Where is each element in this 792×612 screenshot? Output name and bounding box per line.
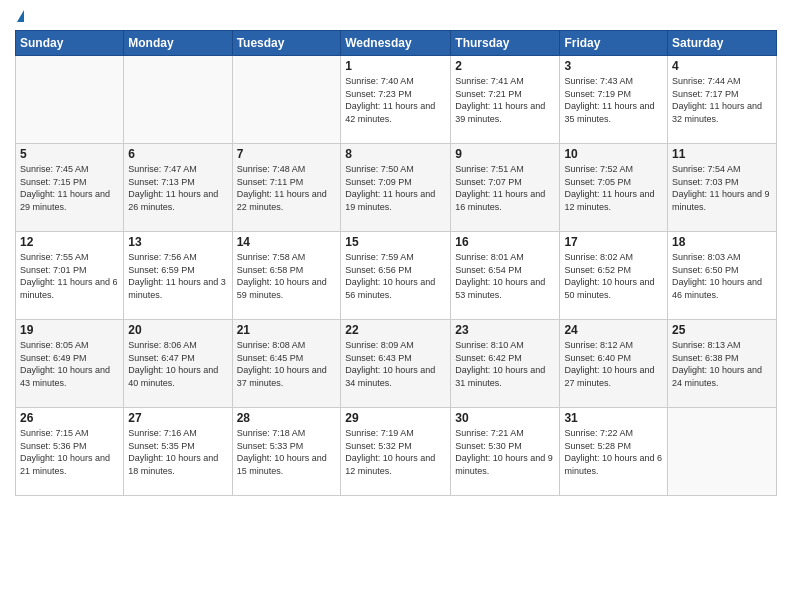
day-number: 6 [128,147,227,161]
day-number: 17 [564,235,663,249]
day-number: 3 [564,59,663,73]
day-number: 9 [455,147,555,161]
calendar-week-row: 26Sunrise: 7:15 AM Sunset: 5:36 PM Dayli… [16,408,777,496]
calendar-cell: 7Sunrise: 7:48 AM Sunset: 7:11 PM Daylig… [232,144,341,232]
day-number: 5 [20,147,119,161]
calendar-cell: 3Sunrise: 7:43 AM Sunset: 7:19 PM Daylig… [560,56,668,144]
day-number: 26 [20,411,119,425]
calendar-cell: 27Sunrise: 7:16 AM Sunset: 5:35 PM Dayli… [124,408,232,496]
calendar-header-saturday: Saturday [668,31,777,56]
day-number: 15 [345,235,446,249]
day-info: Sunrise: 8:08 AM Sunset: 6:45 PM Dayligh… [237,339,337,389]
calendar-cell: 16Sunrise: 8:01 AM Sunset: 6:54 PM Dayli… [451,232,560,320]
calendar-cell: 22Sunrise: 8:09 AM Sunset: 6:43 PM Dayli… [341,320,451,408]
day-number: 14 [237,235,337,249]
day-number: 25 [672,323,772,337]
day-info: Sunrise: 7:55 AM Sunset: 7:01 PM Dayligh… [20,251,119,301]
day-info: Sunrise: 8:05 AM Sunset: 6:49 PM Dayligh… [20,339,119,389]
calendar-cell: 8Sunrise: 7:50 AM Sunset: 7:09 PM Daylig… [341,144,451,232]
day-number: 7 [237,147,337,161]
calendar-header-thursday: Thursday [451,31,560,56]
day-info: Sunrise: 7:54 AM Sunset: 7:03 PM Dayligh… [672,163,772,213]
day-number: 2 [455,59,555,73]
calendar-cell [124,56,232,144]
day-number: 1 [345,59,446,73]
calendar-cell: 21Sunrise: 8:08 AM Sunset: 6:45 PM Dayli… [232,320,341,408]
day-info: Sunrise: 7:18 AM Sunset: 5:33 PM Dayligh… [237,427,337,477]
calendar-cell [668,408,777,496]
calendar-cell: 11Sunrise: 7:54 AM Sunset: 7:03 PM Dayli… [668,144,777,232]
calendar-header-friday: Friday [560,31,668,56]
day-info: Sunrise: 7:56 AM Sunset: 6:59 PM Dayligh… [128,251,227,301]
day-number: 24 [564,323,663,337]
calendar-cell [16,56,124,144]
day-info: Sunrise: 7:15 AM Sunset: 5:36 PM Dayligh… [20,427,119,477]
calendar-cell: 4Sunrise: 7:44 AM Sunset: 7:17 PM Daylig… [668,56,777,144]
calendar-cell: 5Sunrise: 7:45 AM Sunset: 7:15 PM Daylig… [16,144,124,232]
day-info: Sunrise: 8:13 AM Sunset: 6:38 PM Dayligh… [672,339,772,389]
day-number: 28 [237,411,337,425]
day-number: 23 [455,323,555,337]
calendar-cell: 6Sunrise: 7:47 AM Sunset: 7:13 PM Daylig… [124,144,232,232]
day-info: Sunrise: 7:22 AM Sunset: 5:28 PM Dayligh… [564,427,663,477]
calendar-cell: 31Sunrise: 7:22 AM Sunset: 5:28 PM Dayli… [560,408,668,496]
day-info: Sunrise: 8:01 AM Sunset: 6:54 PM Dayligh… [455,251,555,301]
header [15,10,777,22]
day-info: Sunrise: 7:41 AM Sunset: 7:21 PM Dayligh… [455,75,555,125]
day-info: Sunrise: 8:09 AM Sunset: 6:43 PM Dayligh… [345,339,446,389]
calendar-cell: 28Sunrise: 7:18 AM Sunset: 5:33 PM Dayli… [232,408,341,496]
day-info: Sunrise: 7:45 AM Sunset: 7:15 PM Dayligh… [20,163,119,213]
calendar-week-row: 12Sunrise: 7:55 AM Sunset: 7:01 PM Dayli… [16,232,777,320]
calendar-header-wednesday: Wednesday [341,31,451,56]
day-number: 20 [128,323,227,337]
calendar-cell: 15Sunrise: 7:59 AM Sunset: 6:56 PM Dayli… [341,232,451,320]
calendar-cell: 2Sunrise: 7:41 AM Sunset: 7:21 PM Daylig… [451,56,560,144]
day-number: 29 [345,411,446,425]
logo-triangle-icon [17,10,24,22]
day-number: 31 [564,411,663,425]
day-info: Sunrise: 7:19 AM Sunset: 5:32 PM Dayligh… [345,427,446,477]
day-number: 16 [455,235,555,249]
day-number: 8 [345,147,446,161]
day-info: Sunrise: 7:40 AM Sunset: 7:23 PM Dayligh… [345,75,446,125]
day-info: Sunrise: 7:59 AM Sunset: 6:56 PM Dayligh… [345,251,446,301]
calendar-header-tuesday: Tuesday [232,31,341,56]
calendar-cell: 1Sunrise: 7:40 AM Sunset: 7:23 PM Daylig… [341,56,451,144]
day-number: 12 [20,235,119,249]
calendar-table: SundayMondayTuesdayWednesdayThursdayFrid… [15,30,777,496]
calendar-week-row: 1Sunrise: 7:40 AM Sunset: 7:23 PM Daylig… [16,56,777,144]
calendar-cell: 12Sunrise: 7:55 AM Sunset: 7:01 PM Dayli… [16,232,124,320]
day-info: Sunrise: 7:44 AM Sunset: 7:17 PM Dayligh… [672,75,772,125]
logo-line-general [15,10,24,22]
calendar-cell: 30Sunrise: 7:21 AM Sunset: 5:30 PM Dayli… [451,408,560,496]
logo [15,10,24,22]
calendar-week-row: 5Sunrise: 7:45 AM Sunset: 7:15 PM Daylig… [16,144,777,232]
day-info: Sunrise: 8:02 AM Sunset: 6:52 PM Dayligh… [564,251,663,301]
page: SundayMondayTuesdayWednesdayThursdayFrid… [0,0,792,612]
calendar-cell: 20Sunrise: 8:06 AM Sunset: 6:47 PM Dayli… [124,320,232,408]
day-info: Sunrise: 8:12 AM Sunset: 6:40 PM Dayligh… [564,339,663,389]
day-number: 11 [672,147,772,161]
day-number: 30 [455,411,555,425]
day-number: 19 [20,323,119,337]
day-info: Sunrise: 7:48 AM Sunset: 7:11 PM Dayligh… [237,163,337,213]
day-info: Sunrise: 8:10 AM Sunset: 6:42 PM Dayligh… [455,339,555,389]
day-info: Sunrise: 8:03 AM Sunset: 6:50 PM Dayligh… [672,251,772,301]
calendar-cell: 14Sunrise: 7:58 AM Sunset: 6:58 PM Dayli… [232,232,341,320]
calendar-cell: 25Sunrise: 8:13 AM Sunset: 6:38 PM Dayli… [668,320,777,408]
day-info: Sunrise: 7:43 AM Sunset: 7:19 PM Dayligh… [564,75,663,125]
calendar-cell: 29Sunrise: 7:19 AM Sunset: 5:32 PM Dayli… [341,408,451,496]
day-info: Sunrise: 7:52 AM Sunset: 7:05 PM Dayligh… [564,163,663,213]
calendar-cell: 13Sunrise: 7:56 AM Sunset: 6:59 PM Dayli… [124,232,232,320]
day-info: Sunrise: 8:06 AM Sunset: 6:47 PM Dayligh… [128,339,227,389]
calendar-cell: 24Sunrise: 8:12 AM Sunset: 6:40 PM Dayli… [560,320,668,408]
calendar-cell: 19Sunrise: 8:05 AM Sunset: 6:49 PM Dayli… [16,320,124,408]
calendar-cell: 10Sunrise: 7:52 AM Sunset: 7:05 PM Dayli… [560,144,668,232]
day-number: 27 [128,411,227,425]
calendar-header-sunday: Sunday [16,31,124,56]
calendar-cell: 18Sunrise: 8:03 AM Sunset: 6:50 PM Dayli… [668,232,777,320]
calendar-cell [232,56,341,144]
day-info: Sunrise: 7:16 AM Sunset: 5:35 PM Dayligh… [128,427,227,477]
calendar-cell: 23Sunrise: 8:10 AM Sunset: 6:42 PM Dayli… [451,320,560,408]
calendar-header-row: SundayMondayTuesdayWednesdayThursdayFrid… [16,31,777,56]
